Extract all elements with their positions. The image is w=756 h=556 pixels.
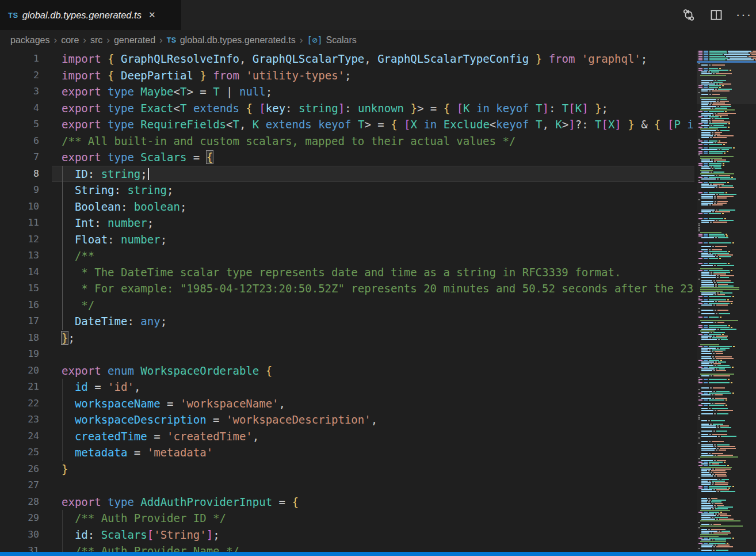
code-line-content: */ <box>52 297 694 314</box>
code-line-content: import { GraphQLResolveInfo, GraphQLScal… <box>52 51 694 67</box>
line-number[interactable]: 26 <box>0 461 52 478</box>
code-line-content: * For example: "1985-04-12T23:20:50.52Z"… <box>52 280 694 297</box>
code-line[interactable]: 31 /** Auth Provider Name */ <box>0 543 694 552</box>
line-number[interactable]: 22 <box>0 395 52 412</box>
line-number[interactable]: 7 <box>0 149 52 166</box>
tab-bar: TS global.db.types.generated.ts ✕ ··· <box>0 0 756 30</box>
line-number[interactable]: 13 <box>0 247 52 264</box>
code-line[interactable]: 23 workspaceDescription = 'workspaceDesc… <box>0 412 694 428</box>
code-line[interactable]: 13 /** <box>0 247 694 264</box>
code-line-content: export enum WorkspaceOrderable { <box>52 363 694 379</box>
line-number[interactable]: 21 <box>0 379 52 395</box>
line-number[interactable]: 15 <box>0 280 52 297</box>
line-number[interactable]: 31 <box>0 543 52 552</box>
code-line[interactable]: 5export type RequireFields<T, K extends … <box>0 116 694 133</box>
code-line[interactable]: 2import { DeepPartial } from 'utility-ty… <box>0 67 694 84</box>
code-line[interactable]: 18}; <box>0 330 694 346</box>
close-tab-icon[interactable]: ✕ <box>148 10 156 20</box>
code-line[interactable]: 10 Boolean: boolean; <box>0 199 694 215</box>
code-line[interactable]: 1import { GraphQLResolveInfo, GraphQLSca… <box>0 51 694 67</box>
code-line-content: } <box>52 461 694 478</box>
line-number[interactable]: 6 <box>0 133 52 150</box>
code-line[interactable]: 21 id = 'id', <box>0 379 694 395</box>
code-line[interactable]: 25 metadata = 'metadata' <box>0 444 694 461</box>
code-line[interactable]: 16 */ <box>0 297 694 314</box>
code-line-content: ID: string; <box>52 166 694 182</box>
code-line-content: createdTime = 'createdTime', <box>52 428 694 445</box>
line-number[interactable]: 28 <box>0 494 52 511</box>
breadcrumb-item[interactable]: Scalars <box>326 35 356 45</box>
code-line[interactable]: 4export type Exact<T extends { [key: str… <box>0 100 694 117</box>
breadcrumb: packages›core›src›generated›TSglobal.db.… <box>0 30 756 51</box>
tab-global-db-types[interactable]: TS global.db.types.generated.ts ✕ <box>0 0 181 30</box>
line-number[interactable]: 20 <box>0 363 52 379</box>
line-number[interactable]: 5 <box>0 116 52 133</box>
breadcrumb-item[interactable]: global.db.types.generated.ts <box>180 35 296 45</box>
code-line[interactable]: 6/** All built-in and custom scalars, ma… <box>0 133 694 150</box>
line-number[interactable]: 30 <box>0 527 52 543</box>
minimap[interactable] <box>697 51 756 552</box>
minimap-slider[interactable] <box>697 51 756 104</box>
line-number[interactable]: 2 <box>0 67 52 84</box>
breadcrumb-item[interactable]: generated <box>114 35 155 45</box>
line-number[interactable]: 25 <box>0 444 52 461</box>
code-line-content: /** Auth Provider ID */ <box>52 510 694 527</box>
code-line[interactable]: 29 /** Auth Provider ID */ <box>0 510 694 527</box>
breadcrumb-item[interactable]: src <box>90 35 102 45</box>
line-number[interactable]: 29 <box>0 510 52 527</box>
more-actions-icon[interactable]: ··· <box>736 7 751 22</box>
line-number[interactable]: 24 <box>0 428 52 445</box>
code-line-content: Float: number; <box>52 231 694 248</box>
line-number[interactable]: 4 <box>0 100 52 117</box>
line-number[interactable]: 17 <box>0 313 52 330</box>
code-line[interactable]: 14 * The DateTime scalar type represents… <box>0 264 694 281</box>
line-number[interactable]: 3 <box>0 83 52 100</box>
line-number[interactable]: 27 <box>0 477 52 494</box>
code-line[interactable]: 11 Int: number; <box>0 215 694 231</box>
code-line[interactable]: 26} <box>0 461 694 478</box>
code-line-content: DateTime: any; <box>52 313 694 330</box>
line-number[interactable]: 23 <box>0 412 52 428</box>
tab-title: global.db.types.generated.ts <box>22 10 142 21</box>
code-line[interactable]: 9 String: string; <box>0 182 694 199</box>
code-line-content: workspaceName = 'workspaceName', <box>52 395 694 412</box>
line-number[interactable]: 9 <box>0 182 52 199</box>
line-number[interactable]: 12 <box>0 231 52 248</box>
typescript-file-icon: TS <box>167 36 177 44</box>
code-line[interactable]: 15 * For example: "1985-04-12T23:20:50.5… <box>0 280 694 297</box>
code-line-content: workspaceDescription = 'workspaceDescrip… <box>52 412 694 428</box>
line-number[interactable]: 14 <box>0 264 52 281</box>
vscode-window: TS global.db.types.generated.ts ✕ ··· pa… <box>0 0 756 556</box>
bottom-focus-border <box>0 552 756 556</box>
code-line[interactable]: 24 createdTime = 'createdTime', <box>0 428 694 445</box>
code-line[interactable]: 28export type AddAuthProviderInput = { <box>0 494 694 511</box>
split-editor-icon[interactable] <box>709 7 724 22</box>
code-line[interactable]: 27 <box>0 477 694 494</box>
text-cursor <box>148 168 149 180</box>
open-changes-icon[interactable] <box>681 7 696 22</box>
code-line[interactable]: 22 workspaceName = 'workspaceName', <box>0 395 694 412</box>
code-editor[interactable]: 1import { GraphQLResolveInfo, GraphQLSca… <box>0 51 694 552</box>
line-number[interactable]: 10 <box>0 199 52 215</box>
line-number[interactable]: 11 <box>0 215 52 231</box>
code-line-content: export type Exact<T extends { [key: stri… <box>52 100 694 117</box>
breadcrumb-item[interactable]: core <box>61 35 79 45</box>
code-line[interactable]: 20export enum WorkspaceOrderable { <box>0 363 694 379</box>
code-line[interactable]: 7export type Scalars = { <box>0 149 694 166</box>
code-line[interactable]: 3export type Maybe<T> = T | null; <box>0 83 694 100</box>
code-line[interactable]: 30 id: Scalars['String']; <box>0 527 694 543</box>
line-number[interactable]: 8 <box>0 166 52 182</box>
breadcrumb-item[interactable]: packages <box>10 35 50 45</box>
code-line[interactable]: 8 ID: string; <box>0 166 694 182</box>
breadcrumb-separator: › <box>106 35 110 46</box>
code-line-content: Boolean: boolean; <box>52 199 694 215</box>
line-number[interactable]: 18 <box>0 330 52 346</box>
line-number[interactable]: 16 <box>0 297 52 314</box>
breadcrumb-separator: › <box>300 35 303 46</box>
line-number[interactable]: 19 <box>0 346 52 363</box>
line-number[interactable]: 1 <box>0 51 52 67</box>
code-line[interactable]: 17 DateTime: any; <box>0 313 694 330</box>
code-line[interactable]: 12 Float: number; <box>0 231 694 248</box>
code-line[interactable]: 19 <box>0 346 694 363</box>
code-line-content: import { DeepPartial } from 'utility-typ… <box>52 67 694 84</box>
